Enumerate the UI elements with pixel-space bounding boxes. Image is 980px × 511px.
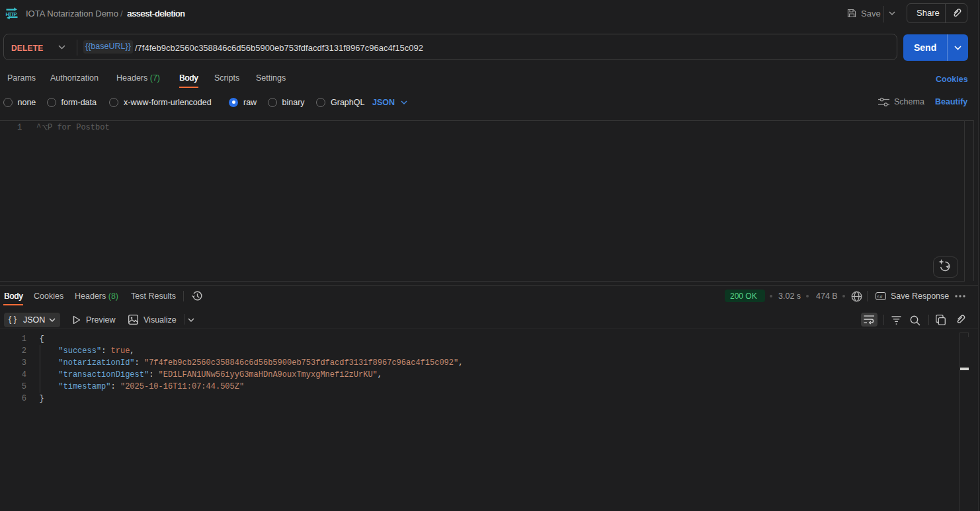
svg-text:HTTP: HTTP bbox=[6, 11, 17, 17]
